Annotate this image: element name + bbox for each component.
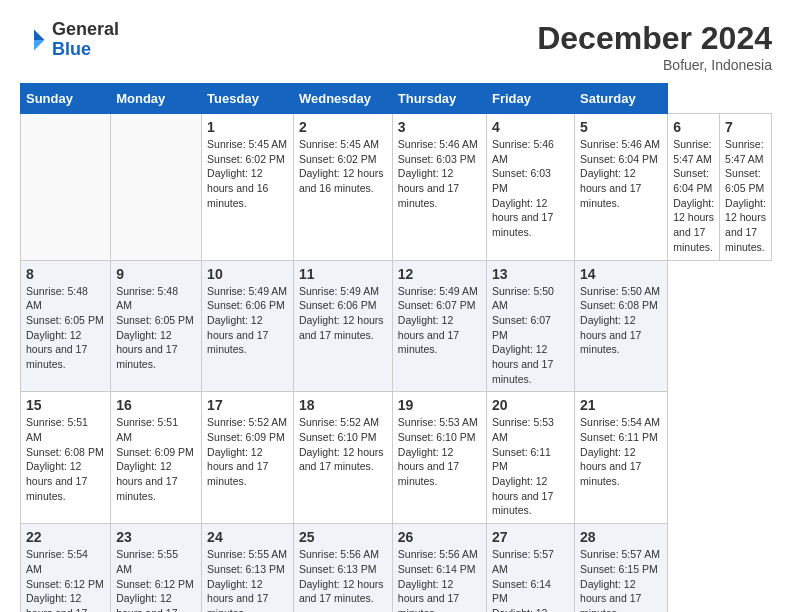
day-number: 28: [580, 529, 662, 545]
day-number: 17: [207, 397, 288, 413]
calendar-table: SundayMondayTuesdayWednesdayThursdayFrid…: [20, 83, 772, 612]
day-cell: 26Sunrise: 5:56 AMSunset: 6:14 PMDayligh…: [392, 524, 486, 612]
cell-info: Sunrise: 5:57 AMSunset: 6:14 PMDaylight:…: [492, 548, 554, 612]
header-day-tuesday: Tuesday: [202, 84, 294, 114]
day-cell: 22Sunrise: 5:54 AMSunset: 6:12 PMDayligh…: [21, 524, 111, 612]
logo-icon: [20, 26, 48, 54]
cell-info: Sunrise: 5:56 AMSunset: 6:13 PMDaylight:…: [299, 548, 384, 604]
cell-info: Sunrise: 5:46 AMSunset: 6:04 PMDaylight:…: [580, 138, 660, 209]
title-block: December 2024 Bofuer, Indonesia: [537, 20, 772, 73]
month-title: December 2024: [537, 20, 772, 57]
week-row: 1Sunrise: 5:45 AMSunset: 6:02 PMDaylight…: [21, 114, 772, 261]
day-number: 16: [116, 397, 196, 413]
day-cell: 23Sunrise: 5:55 AMSunset: 6:12 PMDayligh…: [111, 524, 202, 612]
location: Bofuer, Indonesia: [537, 57, 772, 73]
day-cell: 19Sunrise: 5:53 AMSunset: 6:10 PMDayligh…: [392, 392, 486, 524]
cell-info: Sunrise: 5:54 AMSunset: 6:12 PMDaylight:…: [26, 548, 104, 612]
day-cell: 7Sunrise: 5:47 AMSunset: 6:05 PMDaylight…: [720, 114, 772, 261]
calendar-body: 1Sunrise: 5:45 AMSunset: 6:02 PMDaylight…: [21, 114, 772, 613]
day-number: 18: [299, 397, 387, 413]
cell-info: Sunrise: 5:52 AMSunset: 6:09 PMDaylight:…: [207, 416, 287, 487]
header-day-sunday: Sunday: [21, 84, 111, 114]
day-number: 11: [299, 266, 387, 282]
day-number: 24: [207, 529, 288, 545]
day-cell: 5Sunrise: 5:46 AMSunset: 6:04 PMDaylight…: [575, 114, 668, 261]
day-cell: 3Sunrise: 5:46 AMSunset: 6:03 PMDaylight…: [392, 114, 486, 261]
svg-marker-1: [34, 40, 45, 51]
day-number: 3: [398, 119, 481, 135]
day-number: 21: [580, 397, 662, 413]
cell-info: Sunrise: 5:49 AMSunset: 6:07 PMDaylight:…: [398, 285, 478, 356]
header-row: SundayMondayTuesdayWednesdayThursdayFrid…: [21, 84, 772, 114]
week-row: 22Sunrise: 5:54 AMSunset: 6:12 PMDayligh…: [21, 524, 772, 612]
day-cell: 8Sunrise: 5:48 AMSunset: 6:05 PMDaylight…: [21, 260, 111, 392]
day-cell: 28Sunrise: 5:57 AMSunset: 6:15 PMDayligh…: [575, 524, 668, 612]
day-number: 23: [116, 529, 196, 545]
week-row: 8Sunrise: 5:48 AMSunset: 6:05 PMDaylight…: [21, 260, 772, 392]
cell-info: Sunrise: 5:53 AMSunset: 6:10 PMDaylight:…: [398, 416, 478, 487]
header-day-friday: Friday: [486, 84, 574, 114]
day-number: 20: [492, 397, 569, 413]
empty-cell: [111, 114, 202, 261]
day-number: 22: [26, 529, 105, 545]
day-cell: 10Sunrise: 5:49 AMSunset: 6:06 PMDayligh…: [202, 260, 294, 392]
svg-marker-0: [34, 29, 45, 40]
day-number: 13: [492, 266, 569, 282]
day-cell: 27Sunrise: 5:57 AMSunset: 6:14 PMDayligh…: [486, 524, 574, 612]
day-number: 27: [492, 529, 569, 545]
day-cell: 24Sunrise: 5:55 AMSunset: 6:13 PMDayligh…: [202, 524, 294, 612]
logo-blue: Blue: [52, 40, 119, 60]
cell-info: Sunrise: 5:56 AMSunset: 6:14 PMDaylight:…: [398, 548, 478, 612]
cell-info: Sunrise: 5:46 AMSunset: 6:03 PMDaylight:…: [492, 138, 554, 238]
day-cell: 21Sunrise: 5:54 AMSunset: 6:11 PMDayligh…: [575, 392, 668, 524]
cell-info: Sunrise: 5:48 AMSunset: 6:05 PMDaylight:…: [116, 285, 194, 370]
day-cell: 25Sunrise: 5:56 AMSunset: 6:13 PMDayligh…: [293, 524, 392, 612]
header-day-monday: Monday: [111, 84, 202, 114]
cell-info: Sunrise: 5:57 AMSunset: 6:15 PMDaylight:…: [580, 548, 660, 612]
day-number: 5: [580, 119, 662, 135]
day-number: 4: [492, 119, 569, 135]
cell-info: Sunrise: 5:55 AMSunset: 6:13 PMDaylight:…: [207, 548, 287, 612]
cell-info: Sunrise: 5:55 AMSunset: 6:12 PMDaylight:…: [116, 548, 194, 612]
cell-info: Sunrise: 5:50 AMSunset: 6:08 PMDaylight:…: [580, 285, 660, 356]
cell-info: Sunrise: 5:52 AMSunset: 6:10 PMDaylight:…: [299, 416, 384, 472]
day-number: 12: [398, 266, 481, 282]
empty-cell: [21, 114, 111, 261]
week-row: 15Sunrise: 5:51 AMSunset: 6:08 PMDayligh…: [21, 392, 772, 524]
day-number: 7: [725, 119, 766, 135]
day-cell: 13Sunrise: 5:50 AMSunset: 6:07 PMDayligh…: [486, 260, 574, 392]
cell-info: Sunrise: 5:47 AMSunset: 6:05 PMDaylight:…: [725, 138, 766, 253]
cell-info: Sunrise: 5:46 AMSunset: 6:03 PMDaylight:…: [398, 138, 478, 209]
cell-info: Sunrise: 5:54 AMSunset: 6:11 PMDaylight:…: [580, 416, 660, 487]
day-number: 8: [26, 266, 105, 282]
logo-general: General: [52, 20, 119, 40]
day-cell: 4Sunrise: 5:46 AMSunset: 6:03 PMDaylight…: [486, 114, 574, 261]
day-cell: 16Sunrise: 5:51 AMSunset: 6:09 PMDayligh…: [111, 392, 202, 524]
cell-info: Sunrise: 5:48 AMSunset: 6:05 PMDaylight:…: [26, 285, 104, 370]
day-cell: 18Sunrise: 5:52 AMSunset: 6:10 PMDayligh…: [293, 392, 392, 524]
day-number: 15: [26, 397, 105, 413]
day-cell: 15Sunrise: 5:51 AMSunset: 6:08 PMDayligh…: [21, 392, 111, 524]
day-cell: 17Sunrise: 5:52 AMSunset: 6:09 PMDayligh…: [202, 392, 294, 524]
day-number: 19: [398, 397, 481, 413]
header-day-saturday: Saturday: [575, 84, 668, 114]
day-number: 9: [116, 266, 196, 282]
day-number: 6: [673, 119, 714, 135]
cell-info: Sunrise: 5:51 AMSunset: 6:09 PMDaylight:…: [116, 416, 194, 501]
page-header: General Blue December 2024 Bofuer, Indon…: [20, 20, 772, 73]
cell-info: Sunrise: 5:53 AMSunset: 6:11 PMDaylight:…: [492, 416, 554, 516]
day-number: 25: [299, 529, 387, 545]
day-cell: 2Sunrise: 5:45 AMSunset: 6:02 PMDaylight…: [293, 114, 392, 261]
day-cell: 11Sunrise: 5:49 AMSunset: 6:06 PMDayligh…: [293, 260, 392, 392]
cell-info: Sunrise: 5:45 AMSunset: 6:02 PMDaylight:…: [299, 138, 384, 194]
cell-info: Sunrise: 5:51 AMSunset: 6:08 PMDaylight:…: [26, 416, 104, 501]
logo: General Blue: [20, 20, 119, 60]
cell-info: Sunrise: 5:49 AMSunset: 6:06 PMDaylight:…: [207, 285, 287, 356]
logo-text: General Blue: [52, 20, 119, 60]
day-cell: 1Sunrise: 5:45 AMSunset: 6:02 PMDaylight…: [202, 114, 294, 261]
header-day-wednesday: Wednesday: [293, 84, 392, 114]
day-number: 14: [580, 266, 662, 282]
day-number: 10: [207, 266, 288, 282]
day-number: 2: [299, 119, 387, 135]
calendar-header: SundayMondayTuesdayWednesdayThursdayFrid…: [21, 84, 772, 114]
